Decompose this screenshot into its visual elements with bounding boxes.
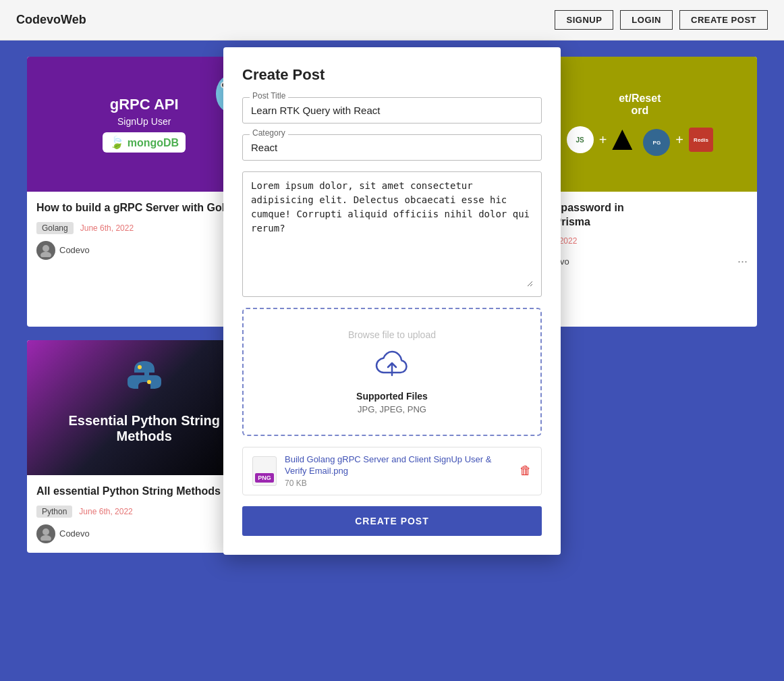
file-size: 70 KB (285, 479, 511, 488)
upload-types-text: JPG, JPEG, PNG (257, 404, 527, 414)
category-label: Category (250, 128, 288, 138)
create-post-button[interactable]: CREATE POST (242, 506, 542, 536)
post-title-input[interactable] (251, 103, 533, 117)
signup-button[interactable]: SIGNUP (555, 10, 613, 30)
file-item: PNG Build Golang gRPC Server and Client … (242, 447, 542, 495)
modal-title: Create Post (242, 66, 542, 84)
post-title-label: Post Title (250, 91, 288, 101)
file-delete-button[interactable]: 🗑 (520, 464, 532, 478)
post-title-field[interactable]: Post Title (242, 97, 542, 124)
logo: CodevoWeb (16, 13, 86, 27)
header-actions: SIGNUP LOGIN CREATE POST (555, 10, 768, 30)
file-icon: PNG (252, 456, 277, 486)
modal-overlay: Create Post Post Title Category Lorem ip… (0, 40, 784, 681)
create-post-modal: Create Post Post Title Category Lorem ip… (223, 47, 561, 555)
main-background: gRPC API SignUp User 🍃 mongoDB (0, 40, 784, 681)
file-name: Build Golang gRPC Server and Client Sign… (285, 454, 511, 477)
file-info: Build Golang gRPC Server and Client Sign… (285, 454, 511, 488)
upload-supported-text: Supported Files (257, 391, 527, 402)
category-input[interactable] (251, 140, 533, 155)
body-textarea-wrap[interactable]: Lorem ipsum dolor, sit amet consectetur … (242, 171, 542, 297)
category-field[interactable]: Category (242, 134, 542, 161)
create-post-header-button[interactable]: CREATE POST (679, 10, 768, 30)
upload-area[interactable]: Browse file to upload Supported Files JP… (242, 308, 542, 436)
header: CodevoWeb SIGNUP LOGIN CREATE POST (0, 0, 784, 40)
body-textarea[interactable]: Lorem ipsum dolor, sit amet consectetur … (251, 179, 533, 287)
file-type-badge: PNG (255, 473, 274, 483)
upload-cloud-icon (257, 348, 527, 384)
login-button[interactable]: LOGIN (620, 10, 673, 30)
upload-browse-text: Browse file to upload (257, 329, 527, 340)
